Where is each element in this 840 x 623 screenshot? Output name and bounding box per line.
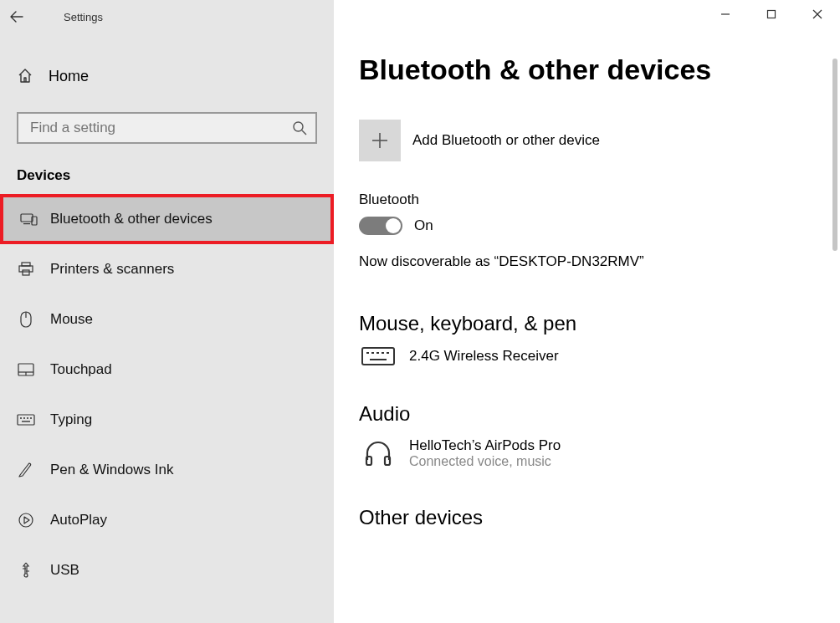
keyboard-icon <box>17 414 35 426</box>
window-controls <box>702 0 840 28</box>
title-bar: Settings <box>0 0 334 33</box>
touchpad-icon <box>17 363 35 376</box>
minimize-button[interactable] <box>702 0 748 28</box>
bluetooth-label: Bluetooth <box>359 191 823 208</box>
add-device-button[interactable]: Add Bluetooth or other device <box>359 120 823 161</box>
svg-rect-6 <box>19 266 33 272</box>
headphones-icon <box>361 440 396 467</box>
sidebar-home[interactable]: Home <box>0 52 334 100</box>
device-name: 2.4G Wireless Receiver <box>409 348 559 365</box>
svg-rect-5 <box>22 263 30 266</box>
sidebar-item-bluetooth[interactable]: Bluetooth & other devices <box>0 194 334 244</box>
section-other-title: Other devices <box>359 506 823 529</box>
toggle-knob <box>386 218 401 233</box>
category-title: Devices <box>17 167 334 184</box>
sidebar-item-label: Bluetooth & other devices <box>50 211 213 227</box>
sidebar-item-label: USB <box>50 562 79 579</box>
svg-point-0 <box>294 122 303 131</box>
sidebar-item-usb[interactable]: USB <box>0 545 334 595</box>
svg-rect-35 <box>385 457 390 465</box>
section-mkp-title: Mouse, keyboard, & pen <box>359 312 823 335</box>
sidebar-item-label: Mouse <box>50 311 93 328</box>
device-row-airpods[interactable]: HelloTech’s AirPods Pro Connected voice,… <box>361 437 823 469</box>
svg-rect-22 <box>767 11 775 18</box>
autoplay-icon <box>17 512 35 529</box>
maximize-icon <box>766 9 776 19</box>
sidebar-item-label: AutoPlay <box>50 512 107 529</box>
minimize-icon <box>720 9 730 19</box>
device-status: Connected voice, music <box>409 454 561 469</box>
section-audio-title: Audio <box>359 402 823 426</box>
back-arrow-icon <box>10 11 23 23</box>
bluetooth-toggle[interactable] <box>359 217 402 235</box>
back-button[interactable] <box>0 0 33 33</box>
usb-icon <box>17 562 35 579</box>
sidebar-item-printers[interactable]: Printers & scanners <box>0 244 334 294</box>
sidebar-item-autoplay[interactable]: AutoPlay <box>0 495 334 545</box>
close-icon <box>812 9 822 19</box>
close-button[interactable] <box>794 0 840 28</box>
plus-icon <box>371 131 389 150</box>
maximize-button[interactable] <box>748 0 794 28</box>
add-device-label: Add Bluetooth or other device <box>412 132 600 149</box>
search-input[interactable] <box>28 119 292 137</box>
scrollbar[interactable] <box>832 59 837 251</box>
pen-icon <box>17 462 35 478</box>
plus-tile <box>359 120 401 161</box>
svg-rect-34 <box>366 457 371 465</box>
page-title: Bluetooth & other devices <box>359 54 823 86</box>
mouse-icon <box>17 311 35 328</box>
window-title: Settings <box>64 11 103 23</box>
home-icon <box>17 68 33 84</box>
home-label: Home <box>49 68 89 85</box>
svg-point-20 <box>24 574 28 577</box>
svg-rect-7 <box>23 270 29 275</box>
search-box[interactable] <box>17 112 317 144</box>
sidebar-item-label: Typing <box>50 411 92 428</box>
devices-icon <box>20 212 38 227</box>
toggle-state-label: On <box>414 217 433 234</box>
svg-line-1 <box>302 130 306 135</box>
device-name: HelloTech’s AirPods Pro <box>409 437 561 454</box>
svg-rect-2 <box>21 214 33 222</box>
svg-point-19 <box>19 513 33 527</box>
sidebar-item-mouse[interactable]: Mouse <box>0 294 334 345</box>
sidebar-item-touchpad[interactable]: Touchpad <box>0 345 334 395</box>
sidebar-item-label: Printers & scanners <box>50 261 174 278</box>
sidebar-item-pen[interactable]: Pen & Windows Ink <box>0 445 334 495</box>
svg-rect-27 <box>362 348 394 365</box>
device-row-receiver[interactable]: 2.4G Wireless Receiver <box>361 347 823 365</box>
printer-icon <box>17 262 35 277</box>
sidebar-item-label: Touchpad <box>50 361 112 378</box>
search-icon <box>292 120 307 135</box>
sidebar-item-label: Pen & Windows Ink <box>50 462 173 478</box>
discoverable-text: Now discoverable as “DESKTOP-DN32RMV” <box>359 253 823 270</box>
svg-rect-3 <box>23 223 30 224</box>
sidebar-item-typing[interactable]: Typing <box>0 395 334 445</box>
sidebar-nav: Bluetooth & other devices Printers & sca… <box>0 194 334 595</box>
keyboard-device-icon <box>361 347 396 365</box>
svg-rect-13 <box>18 415 34 425</box>
